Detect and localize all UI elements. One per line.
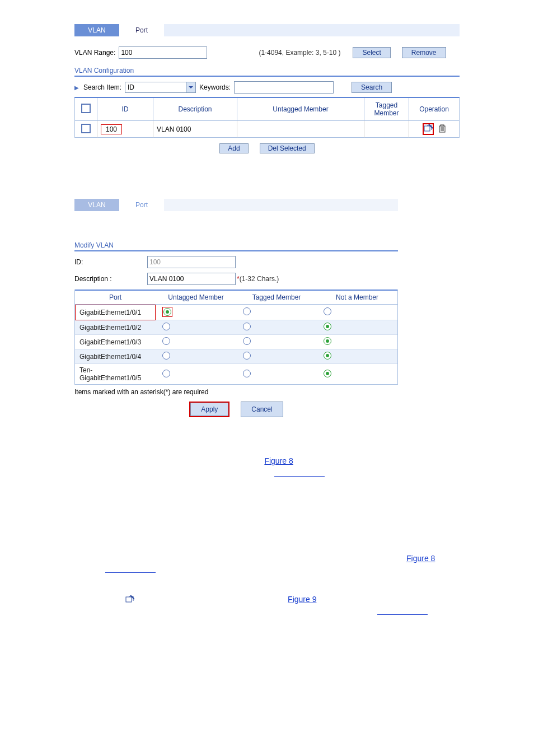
table-row: GigabitEthernet1/0/2 bbox=[75, 320, 397, 335]
vlan-table: ID Description Untagged Member Tagged Me… bbox=[74, 97, 460, 138]
col-untagged-member: Untagged Member bbox=[156, 290, 236, 305]
row-untagged bbox=[237, 121, 364, 138]
radio-empty-icon[interactable] bbox=[243, 337, 251, 345]
svg-rect-2 bbox=[441, 125, 444, 126]
cancel-button[interactable]: Cancel bbox=[241, 402, 283, 417]
required-note: Items marked with an asterisk(*) are req… bbox=[74, 388, 398, 396]
keywords-input[interactable] bbox=[234, 81, 334, 94]
chevron-down-icon bbox=[186, 82, 195, 92]
radio-empty-icon[interactable] bbox=[162, 323, 170, 330]
row-tagged bbox=[364, 121, 409, 138]
radio-selected-icon[interactable] bbox=[324, 323, 331, 330]
table-row: 100 VLAN 0100 bbox=[75, 121, 460, 138]
radio-cell-tm bbox=[236, 335, 317, 349]
description-input[interactable] bbox=[147, 273, 236, 285]
radio-cell-tm bbox=[236, 364, 317, 385]
radio-empty-icon[interactable] bbox=[162, 352, 170, 360]
remove-button[interactable]: Remove bbox=[402, 47, 446, 58]
list-item: Create VLAN 100. bbox=[94, 501, 461, 512]
radio-cell-tm bbox=[236, 305, 317, 320]
vlan-range-input[interactable] bbox=[119, 46, 207, 59]
description-hint: (1-32 Chars.) bbox=[240, 275, 279, 283]
col-untagged-member[interactable]: Untagged Member bbox=[237, 97, 364, 121]
search-item-select[interactable]: ID bbox=[125, 82, 196, 93]
row-description: VLAN 0100 bbox=[153, 121, 237, 138]
config-switch-b-heading: Configure Switch B in the same way Switc… bbox=[73, 483, 461, 495]
radio-selected-icon[interactable] bbox=[163, 308, 171, 316]
trash-icon[interactable] bbox=[438, 124, 446, 134]
expand-icon[interactable]: ▶ bbox=[74, 85, 79, 91]
port-name-cell: Ten-GigabitEthernet1/0/5 bbox=[75, 364, 156, 385]
edit-icon[interactable] bbox=[424, 126, 433, 134]
table-row: GigabitEthernet1/0/4 bbox=[75, 349, 397, 364]
figure-9-link[interactable]: Figure 9 bbox=[288, 595, 316, 604]
search-item-label: Search Item: bbox=[83, 83, 121, 91]
radio-selected-icon[interactable] bbox=[324, 352, 331, 360]
tab-port[interactable]: Port bbox=[119, 24, 164, 36]
select-button[interactable]: Select bbox=[353, 47, 390, 58]
radio-cell-um bbox=[156, 349, 236, 364]
radio-selected-icon[interactable] bbox=[324, 370, 331, 377]
page-number: 86 bbox=[0, 641, 534, 648]
radio-cell-um bbox=[156, 305, 236, 320]
figure-8-screenshot: VLAN Port Modify VLAN ID: Description : … bbox=[73, 197, 400, 419]
figure-8-caption: Figure 8 Assigning GigabitEthernet 1/0/1… bbox=[0, 424, 534, 433]
radio-cell-um bbox=[156, 364, 236, 385]
tab-vlan[interactable]: VLAN bbox=[74, 24, 119, 36]
port-name-cell: GigabitEthernet1/0/2 bbox=[75, 320, 156, 335]
svg-rect-0 bbox=[424, 126, 430, 131]
tab-vlan[interactable]: VLAN bbox=[74, 199, 119, 211]
radio-empty-icon[interactable] bbox=[162, 370, 170, 377]
figure-8-link[interactable]: Figure 8 bbox=[264, 456, 293, 465]
port-name-cell: GigabitEthernet1/0/1 bbox=[75, 305, 156, 320]
col-description[interactable]: Description bbox=[153, 97, 237, 121]
radio-cell-um bbox=[156, 320, 236, 335]
col-operation: Operation bbox=[409, 97, 460, 121]
col-tagged-member[interactable]: Tagged Member bbox=[364, 97, 409, 121]
col-id[interactable]: ID bbox=[97, 97, 153, 121]
radio-empty-icon[interactable] bbox=[243, 323, 251, 330]
list-item: Assign access port GigabitEthernet 1/0/2… bbox=[94, 535, 461, 547]
table-row: GigabitEthernet1/0/1 bbox=[75, 305, 397, 320]
radio-cell-nm bbox=[317, 305, 397, 320]
id-row: ID: bbox=[74, 256, 398, 268]
radio-cell-nm bbox=[317, 320, 397, 335]
modify-vlan-title: Modify VLAN bbox=[74, 241, 398, 249]
select-all-checkbox[interactable] bbox=[81, 104, 91, 113]
vlan-range-label: VLAN Range: bbox=[74, 49, 115, 57]
search-button[interactable]: Search bbox=[352, 82, 392, 93]
svg-rect-6 bbox=[126, 597, 132, 602]
radio-empty-icon[interactable] bbox=[243, 307, 251, 315]
id-input bbox=[147, 256, 236, 268]
table-row: Ten-GigabitEthernet1/0/5 bbox=[75, 364, 397, 385]
port-name-cell: GigabitEthernet1/0/4 bbox=[75, 349, 156, 364]
row-checkbox[interactable] bbox=[81, 124, 91, 133]
description-row: Description : *(1-32 Chars.) bbox=[74, 273, 398, 285]
tab-bar: VLAN Port bbox=[74, 199, 398, 211]
radio-empty-icon[interactable] bbox=[324, 307, 331, 315]
del-selected-button[interactable]: Del Selected bbox=[260, 143, 315, 153]
figure-7-caption: Figure 7 Entering the page for modifying… bbox=[0, 161, 534, 169]
procedure-list: Create VLAN 100. Create VLAN 200. Assign… bbox=[84, 501, 461, 618]
step-8: Click Apply to complete the configuratio… bbox=[73, 455, 461, 479]
radio-empty-icon[interactable] bbox=[243, 370, 251, 377]
figure-7-screenshot: VLAN Port VLAN Range: (1-4094, Example: … bbox=[73, 22, 461, 155]
description-label: Description : bbox=[74, 275, 147, 283]
radio-selected-icon[interactable] bbox=[324, 337, 331, 345]
edit-icon bbox=[125, 595, 134, 606]
ports-table: Port Untagged Member Tagged Member Not a… bbox=[75, 290, 397, 384]
port-name-cell: GigabitEthernet1/0/3 bbox=[75, 335, 156, 349]
keywords-label: Keywords: bbox=[199, 83, 231, 91]
radio-cell-nm bbox=[317, 364, 397, 385]
add-button[interactable]: Add bbox=[219, 143, 248, 153]
figure-8-link-2[interactable]: Figure 8 bbox=[406, 554, 435, 563]
radio-empty-icon[interactable] bbox=[243, 352, 251, 360]
row-id-highlight: 100 bbox=[101, 124, 122, 134]
col-not-a-member: Not a Member bbox=[317, 290, 397, 305]
search-row: ▶ Search Item: ID Keywords: Search bbox=[74, 81, 460, 94]
radio-empty-icon[interactable] bbox=[162, 337, 170, 345]
tab-port[interactable]: Port bbox=[119, 199, 164, 211]
apply-button[interactable]: Apply bbox=[190, 403, 228, 416]
radio-cell-tm bbox=[236, 349, 317, 364]
col-checkbox bbox=[75, 97, 97, 121]
